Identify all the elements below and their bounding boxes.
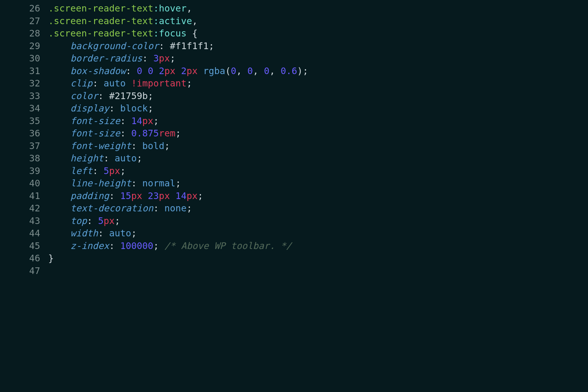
- code-line[interactable]: height: auto;: [48, 152, 588, 165]
- token-pseudo: :active: [153, 16, 192, 26]
- token-punct: :: [109, 103, 120, 114]
- token-punct: [142, 190, 148, 201]
- token-punct: :: [98, 228, 109, 239]
- code-line[interactable]: }: [48, 252, 588, 265]
- code-line[interactable]: text-decoration: none;: [48, 202, 588, 215]
- line-number: 34: [0, 102, 40, 115]
- line-number: 44: [0, 227, 40, 240]
- token-punct: :: [98, 90, 109, 101]
- code-line[interactable]: [48, 265, 588, 277]
- token-punct: [153, 65, 159, 76]
- token-number: 0.6: [281, 65, 297, 76]
- token-punct: ,: [270, 65, 281, 76]
- token-punct: }: [48, 253, 54, 264]
- line-number: 45: [0, 240, 40, 252]
- code-line[interactable]: clip: auto !important;: [48, 77, 588, 90]
- token-punct: ;: [175, 178, 181, 189]
- code-line[interactable]: width: auto;: [48, 227, 588, 240]
- token-punct: {: [187, 28, 198, 39]
- token-punct: :: [87, 215, 98, 226]
- code-line[interactable]: color: #21759b;: [48, 90, 588, 103]
- code-editor[interactable]: 2627282930313233343536373839404142434445…: [0, 0, 588, 277]
- token-punct: ,: [187, 3, 192, 14]
- line-number-gutter: 2627282930313233343536373839404142434445…: [0, 2, 48, 277]
- line-number: 26: [0, 2, 40, 15]
- code-line[interactable]: display: block;: [48, 102, 588, 115]
- code-line[interactable]: font-weight: bold;: [48, 140, 588, 152]
- line-number: 33: [0, 90, 40, 103]
- token-prop: top: [70, 215, 87, 226]
- token-prop: text-decoration: [70, 203, 153, 214]
- code-line[interactable]: z-index: 100000; /* Above WP toolbar. */: [48, 240, 588, 252]
- token-fname: rgba: [203, 65, 225, 76]
- code-line[interactable]: padding: 15px 23px 14px;: [48, 190, 588, 202]
- token-punct: (: [225, 65, 231, 76]
- token-unit: px: [131, 190, 142, 201]
- token-punct: :: [120, 128, 131, 139]
- token-unit: px: [187, 190, 198, 201]
- token-pseudo: :hover: [153, 3, 187, 14]
- token-unit: px: [104, 215, 115, 226]
- code-line[interactable]: left: 5px;: [48, 165, 588, 177]
- token-punct: ;: [148, 90, 153, 101]
- token-punct: ;: [198, 190, 203, 201]
- code-line[interactable]: .screen-reader-text:active,: [48, 15, 588, 28]
- token-number: 2: [181, 65, 186, 76]
- token-unit: px: [109, 165, 120, 176]
- code-line[interactable]: .screen-reader-text:focus {: [48, 27, 588, 40]
- token-prop: z-index: [70, 240, 109, 251]
- token-punct: :: [92, 78, 104, 89]
- line-number: 42: [0, 202, 40, 215]
- token-punct: [175, 65, 181, 76]
- code-line[interactable]: background-color: #f1f1f1;: [48, 40, 588, 53]
- line-number: 36: [0, 127, 40, 140]
- token-number: 5: [98, 215, 103, 226]
- token-number: 3: [153, 53, 159, 64]
- token-prop: font-size: [70, 128, 120, 139]
- code-line[interactable]: box-shadow: 0 0 2px 2px rgba(0, 0, 0, 0.…: [48, 65, 588, 78]
- token-punct: [198, 65, 203, 76]
- token-keyword: bold: [142, 140, 165, 151]
- token-punct: ;: [153, 115, 159, 126]
- token-prop: background-color: [70, 40, 159, 51]
- code-line[interactable]: font-size: 14px;: [48, 115, 588, 128]
- token-unit: px: [159, 53, 170, 64]
- token-punct: [142, 65, 148, 76]
- token-unit: px: [142, 115, 154, 126]
- token-keyword: auto: [115, 153, 137, 164]
- token-punct: ;: [137, 153, 142, 164]
- token-punct: ;: [131, 228, 137, 239]
- token-punct: :: [109, 190, 120, 201]
- token-punct: ;: [165, 140, 170, 151]
- token-punct: [170, 190, 175, 201]
- token-punct: ;: [187, 78, 192, 89]
- token-punct: :: [131, 178, 142, 189]
- code-line[interactable]: font-size: 0.875rem;: [48, 127, 588, 140]
- code-line[interactable]: line-height: normal;: [48, 177, 588, 190]
- token-punct: ,: [192, 16, 198, 26]
- code-line[interactable]: top: 5px;: [48, 215, 588, 227]
- token-punct: ;: [209, 40, 214, 51]
- token-sel: .screen-reader-text: [48, 28, 153, 39]
- token-unit: px: [165, 65, 176, 76]
- token-unit: px: [159, 190, 170, 201]
- token-number: 0: [137, 65, 142, 76]
- line-number: 37: [0, 140, 40, 152]
- token-number: 23: [148, 190, 159, 201]
- token-prop: font-weight: [70, 140, 131, 151]
- token-unit: px: [187, 65, 198, 76]
- token-keyword: none: [165, 203, 187, 214]
- code-area[interactable]: .screen-reader-text:hover,.screen-reader…: [48, 2, 588, 277]
- token-punct: ;: [153, 240, 165, 251]
- line-number: 29: [0, 40, 40, 53]
- token-hex: #f1f1f1: [170, 40, 209, 51]
- line-number: 47: [0, 265, 40, 277]
- line-number: 41: [0, 190, 40, 202]
- token-keyword: auto: [104, 78, 126, 89]
- token-punct: :: [159, 40, 170, 51]
- token-prop: border-radius: [70, 53, 142, 64]
- code-line[interactable]: border-radius: 3px;: [48, 52, 588, 65]
- token-prop: left: [70, 165, 92, 176]
- token-punct: ;: [170, 53, 175, 64]
- code-line[interactable]: .screen-reader-text:hover,: [48, 2, 588, 15]
